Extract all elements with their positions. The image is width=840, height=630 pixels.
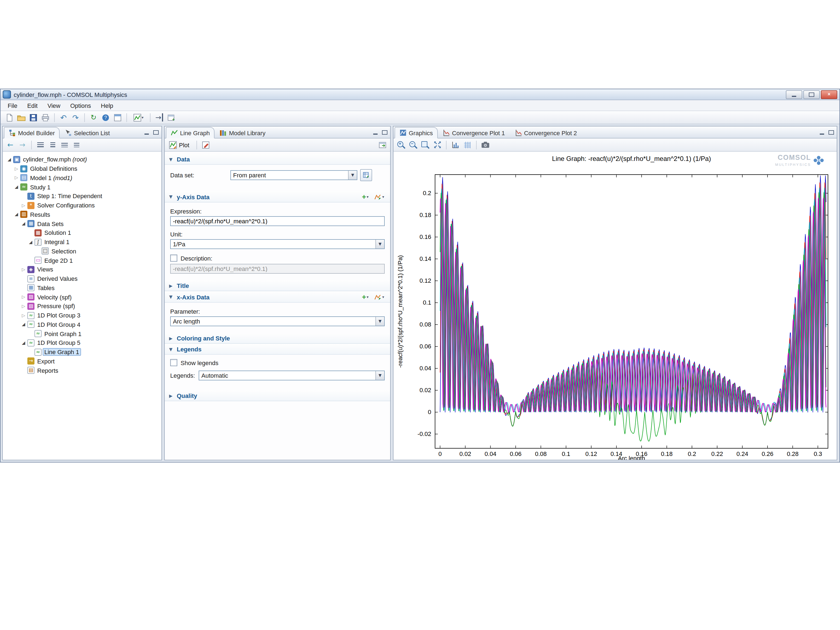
panel-maximize-button[interactable] <box>827 129 835 136</box>
tree-item-tables[interactable]: ▦Tables <box>3 283 161 292</box>
tree-item-derived-values[interactable]: ≡Derived Values <box>3 274 161 284</box>
zoom-in-button[interactable]: + <box>396 139 407 150</box>
section-coloring-header[interactable]: ▶ Coloring and Style <box>165 333 390 344</box>
tree-expander-icon[interactable]: ▷ <box>20 313 27 318</box>
tab-convergence-plot-1[interactable]: Convergence Plot 1 <box>438 127 510 138</box>
open-button[interactable] <box>16 112 27 123</box>
tree-expander-icon[interactable]: ▷ <box>13 175 20 180</box>
replace-x-expression-button[interactable]: ▾ <box>373 294 386 300</box>
unit-select[interactable]: 1/Pa ▼ <box>170 239 385 249</box>
tree-item-integral[interactable]: ◢∫Integral 1 <box>3 238 161 247</box>
expression-input[interactable] <box>170 216 385 226</box>
tree-expander-icon[interactable]: ▷ <box>20 304 27 309</box>
image-snapshot-button[interactable] <box>480 139 491 150</box>
minimize-button[interactable] <box>786 90 802 99</box>
zoom-extents-button[interactable] <box>432 139 443 150</box>
description-checkbox[interactable] <box>170 254 177 262</box>
new-window-button[interactable]: + <box>166 112 177 123</box>
tab-model-library[interactable]: Model Library <box>215 127 270 138</box>
menu-help[interactable]: Help <box>96 101 118 110</box>
save-button[interactable] <box>28 112 39 123</box>
panel-minimize-button[interactable] <box>142 129 150 136</box>
tab-selection-list[interactable]: Selection List <box>60 127 115 138</box>
tab-line-graph[interactable]: Line Graph <box>166 127 215 139</box>
help-button[interactable]: ? <box>100 112 111 123</box>
title-bar[interactable]: cylinder_flow.mph - COMSOL Multiphysics … <box>0 89 840 100</box>
tree-item-edge-2d[interactable]: ▭Edge 2D 1 <box>3 256 161 265</box>
tree-item-pressure-plot-group[interactable]: ▷▨Pressure (spf) <box>3 302 161 311</box>
tab-graphics[interactable]: Graphics <box>395 127 438 139</box>
legends-select[interactable]: Automatic ▼ <box>199 371 385 381</box>
zoom-box-button[interactable] <box>420 139 431 150</box>
panel-minimize-button[interactable] <box>818 129 826 136</box>
go-to-source-button[interactable] <box>360 169 372 181</box>
tree-expander-icon[interactable]: ▷ <box>20 294 27 299</box>
expand-all-button[interactable] <box>47 139 58 150</box>
menu-options[interactable]: Options <box>65 101 96 110</box>
add-expression-button[interactable]: +▾ <box>360 193 370 201</box>
tree-item-study[interactable]: ◢≈Study 1 <box>3 183 161 192</box>
new-button[interactable] <box>4 112 15 123</box>
panel-minimize-button[interactable] <box>371 129 379 136</box>
tree-item-velocity-plot-group[interactable]: ▷▨Velocity (spf) <box>3 292 161 302</box>
redo-button[interactable]: ↷ <box>70 112 81 123</box>
go-forward-button[interactable]: → <box>17 139 28 150</box>
tree-item-results[interactable]: ◢▥Results <box>3 210 161 219</box>
tree-item-plot-group-1d-3[interactable]: ▷≈1D Plot Group 3 <box>3 311 161 320</box>
dataset-select[interactable]: From parent ▼ <box>231 170 357 180</box>
print-button[interactable] <box>40 112 51 123</box>
tree-expander-icon[interactable]: ◢ <box>6 157 13 162</box>
plot-in-button[interactable] <box>200 139 211 150</box>
tree-expander-icon[interactable]: ◢ <box>27 240 34 245</box>
zoom-out-button[interactable]: − <box>408 139 418 150</box>
add-x-expression-button[interactable]: +▾ <box>360 294 370 300</box>
tree-item-data-sets[interactable]: ◢▦Data Sets <box>3 219 161 229</box>
undo-button[interactable]: ↶ <box>58 112 69 123</box>
tree-expander-icon[interactable]: ▷ <box>13 166 20 171</box>
tree-item-views[interactable]: ▷◈Views <box>3 265 161 274</box>
show-type-button[interactable] <box>59 139 70 150</box>
plot-button[interactable]: Plot <box>167 141 193 149</box>
tree-item-solution[interactable]: ▦Solution 1 <box>3 228 161 238</box>
section-data-header[interactable]: ▼ Data <box>165 154 390 165</box>
section-y-axis-header[interactable]: ▼ y-Axis Data +▾ ▾ <box>165 191 390 202</box>
section-x-axis-header[interactable]: ▼ x-Axis Data +▾ ▾ <box>165 291 390 303</box>
tree-expander-icon[interactable]: ◢ <box>20 341 27 345</box>
tree-item-selection[interactable]: □Selection <box>3 246 161 256</box>
update-solution-button[interactable]: ↻ <box>88 112 99 123</box>
tree-expander-icon[interactable]: ◢ <box>13 185 20 189</box>
panel-maximize-button[interactable] <box>381 129 388 136</box>
tree-item-line-graph[interactable]: ≈Line Graph 1 <box>3 347 161 357</box>
tree-expander-icon[interactable]: ◢ <box>20 221 27 226</box>
parameter-select[interactable]: Arc length ▼ <box>170 316 385 326</box>
plot-group-button[interactable]: ▾ <box>130 112 147 123</box>
show-legends-checkbox[interactable] <box>170 359 177 366</box>
go-back-button[interactable]: ← <box>5 139 16 150</box>
tree-expander-icon[interactable]: ▷ <box>20 267 27 272</box>
menu-edit[interactable]: Edit <box>22 101 43 110</box>
tree-expander-icon[interactable]: ▷ <box>20 203 27 208</box>
axis-limits-button[interactable] <box>450 139 461 150</box>
tree-item-model[interactable]: ▷▤Model 1 (mod1) <box>3 173 161 183</box>
menu-view[interactable]: View <box>43 101 65 110</box>
section-legends-header[interactable]: ▼ Legends <box>165 344 390 355</box>
maximize-button[interactable] <box>803 90 820 99</box>
menu-file[interactable]: File <box>3 101 22 110</box>
tree-item-global-definitions[interactable]: ▷◉Global Definitions <box>3 164 161 174</box>
tree-item-point-graph[interactable]: ≈Point Graph 1 <box>3 329 161 338</box>
model-library-button[interactable] <box>112 112 123 123</box>
tree-item-model-root[interactable]: ◢▣cylinder_flow.mph (root) <box>3 155 161 164</box>
show-plot-window-button[interactable] <box>377 139 388 150</box>
show-order-button[interactable] <box>71 139 82 150</box>
collapse-all-button[interactable] <box>35 139 46 150</box>
panel-maximize-button[interactable] <box>152 129 160 136</box>
graphics-canvas[interactable]: Line Graph: -reacf(u)*2/(spf.rho*U_mean^… <box>393 152 835 460</box>
tab-model-builder[interactable]: Model Builder <box>4 127 60 139</box>
section-title-header[interactable]: ▶ Title <box>165 280 390 291</box>
section-quality-header[interactable]: ▶ Quality <box>165 390 390 401</box>
replace-expression-button[interactable]: ▾ <box>373 194 386 200</box>
export-button[interactable]: → <box>154 112 165 123</box>
tree-expander-icon[interactable]: ◢ <box>13 212 20 217</box>
tree-item-export[interactable]: →Export <box>3 357 161 366</box>
close-button[interactable]: × <box>821 90 837 99</box>
